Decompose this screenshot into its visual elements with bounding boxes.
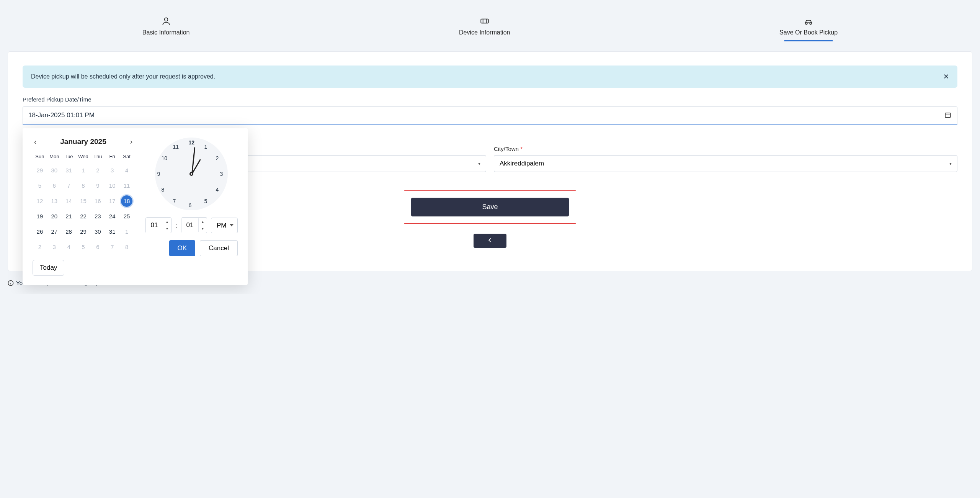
day-cell[interactable]: 30: [92, 226, 103, 238]
city-select[interactable]: Akkireddipalem▾: [494, 155, 957, 172]
day-cell: 6: [49, 180, 60, 192]
car-icon: [804, 16, 813, 26]
minute-input[interactable]: [181, 218, 198, 233]
close-icon[interactable]: ✕: [943, 72, 949, 81]
day-cell[interactable]: 27: [49, 226, 60, 238]
prev-month-button[interactable]: ‹: [34, 138, 36, 146]
day-cell: 3: [49, 241, 60, 253]
minute-up-button[interactable]: ▴: [199, 218, 207, 225]
clock-number[interactable]: 4: [216, 187, 219, 193]
hour-up-button[interactable]: ▴: [163, 218, 171, 225]
ticket-icon: [480, 16, 490, 26]
day-cell[interactable]: 19: [34, 211, 46, 222]
step-device-information[interactable]: Device Information: [459, 16, 510, 36]
svg-point-3: [810, 23, 811, 24]
step-save-or-book-pickup[interactable]: Save Or Book Pickup: [779, 16, 838, 36]
day-grid: SunMonTueWedThuFriSat2930311234567891011…: [33, 151, 134, 254]
step-label: Device Information: [459, 29, 510, 36]
clock-number[interactable]: 1: [204, 144, 207, 150]
month-title[interactable]: January 2025: [60, 138, 106, 146]
day-cell: 13: [49, 195, 60, 207]
day-cell: 4: [63, 241, 75, 253]
day-cell: 4: [121, 165, 132, 176]
day-cell: 14: [63, 195, 75, 207]
time-controls: ▴▾ : ▴▾ PM: [145, 217, 238, 233]
day-cell: 12: [34, 195, 46, 207]
datetime-popover: ‹ January 2025 › SunMonTueWedThuFriSat29…: [23, 128, 248, 285]
clock-number[interactable]: 6: [188, 202, 191, 208]
day-cell[interactable]: 28: [63, 226, 75, 238]
time-colon: :: [175, 221, 177, 229]
save-button[interactable]: Save: [411, 198, 569, 216]
clock-number[interactable]: 10: [161, 155, 167, 161]
step-label: Save Or Book Pickup: [779, 29, 838, 36]
svg-rect-1: [481, 19, 488, 23]
chevron-down-icon: ▾: [949, 161, 952, 166]
day-cell: 8: [77, 180, 89, 192]
hour-input[interactable]: [146, 218, 163, 233]
svg-point-2: [806, 23, 807, 24]
day-cell: 17: [106, 195, 118, 207]
clock-number[interactable]: 2: [216, 155, 219, 161]
day-cell[interactable]: 26: [34, 226, 46, 238]
clock-face[interactable]: 121234567891011: [155, 138, 228, 210]
clock-number[interactable]: 8: [161, 187, 164, 193]
clock-number[interactable]: 11: [173, 144, 179, 150]
chevron-left-icon: [487, 238, 493, 243]
cancel-button[interactable]: Cancel: [200, 240, 238, 256]
day-cell: 3: [106, 165, 118, 176]
next-month-button[interactable]: ›: [130, 138, 132, 146]
notice-text: Device pickup will be scheduled only aft…: [31, 73, 215, 80]
minute-down-button[interactable]: ▾: [199, 225, 207, 232]
user-icon: [161, 16, 171, 26]
day-cell: 15: [77, 195, 89, 207]
clock-number[interactable]: 12: [188, 139, 194, 146]
field-label-pickup-datetime: Prefered Pickup Date/Time: [23, 96, 957, 103]
clock-number[interactable]: 5: [204, 198, 207, 204]
day-cell: 6: [92, 241, 103, 253]
clock-number[interactable]: 3: [220, 171, 223, 177]
day-cell: 2: [92, 165, 103, 176]
day-cell: 5: [77, 241, 89, 253]
clock-number[interactable]: 7: [173, 198, 176, 204]
day-cell[interactable]: 29: [77, 226, 89, 238]
minute-spinner: ▴▾: [181, 217, 207, 233]
day-cell: 2: [34, 241, 46, 253]
dow-header: Tue: [62, 151, 76, 162]
city-label: City/Town *: [494, 146, 957, 152]
day-cell[interactable]: 20: [49, 211, 60, 222]
day-cell: 31: [63, 165, 75, 176]
calendar-panel: ‹ January 2025 › SunMonTueWedThuFriSat29…: [33, 138, 134, 276]
step-basic-information[interactable]: Basic Information: [142, 16, 190, 36]
chevron-down-icon: ▾: [478, 161, 480, 166]
day-cell[interactable]: 23: [92, 211, 103, 222]
day-cell: 5: [34, 180, 46, 192]
clock-number[interactable]: 9: [157, 171, 160, 177]
ok-button[interactable]: OK: [169, 240, 196, 256]
day-cell: 7: [63, 180, 75, 192]
calendar-icon[interactable]: [944, 111, 951, 120]
pickup-datetime-input[interactable]: [23, 106, 957, 124]
today-button[interactable]: Today: [33, 260, 64, 276]
dow-header: Thu: [90, 151, 105, 162]
hour-spinner: ▴▾: [145, 217, 172, 233]
day-cell[interactable]: 31: [106, 226, 118, 238]
day-cell[interactable]: 22: [77, 211, 89, 222]
ampm-select[interactable]: PM: [211, 218, 238, 233]
day-cell[interactable]: 25: [121, 211, 132, 222]
day-cell[interactable]: 18: [121, 195, 132, 207]
svg-point-0: [164, 18, 168, 21]
back-button[interactable]: [474, 234, 506, 248]
clock-center: [189, 172, 193, 176]
step-label: Basic Information: [142, 29, 190, 36]
day-cell[interactable]: 24: [106, 211, 118, 222]
dow-header: Fri: [105, 151, 119, 162]
day-cell: 29: [34, 165, 46, 176]
day-cell: 8: [121, 241, 132, 253]
hour-down-button[interactable]: ▾: [163, 225, 171, 232]
day-cell[interactable]: 21: [63, 211, 75, 222]
dow-header: Mon: [47, 151, 62, 162]
city-col: City/Town * Akkireddipalem▾: [494, 146, 957, 172]
day-cell: 11: [121, 180, 132, 192]
info-notice: Device pickup will be scheduled only aft…: [23, 66, 957, 88]
